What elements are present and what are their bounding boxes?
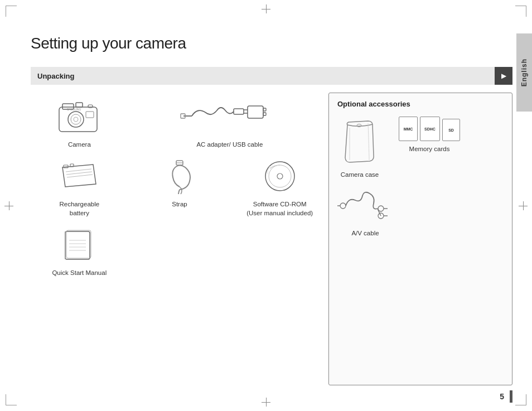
software-label: Software CD-ROM(User manual included) xyxy=(246,200,313,217)
svg-point-31 xyxy=(340,203,346,209)
svg-rect-9 xyxy=(234,109,244,114)
page-number: 5 xyxy=(500,392,504,401)
manual-label: Quick Start Manual xyxy=(52,268,107,277)
optional-items: Camera case MMC SDHC SD Memory cards xyxy=(337,117,504,236)
corner-mark-tr xyxy=(515,6,526,17)
optional-av-cable: A/V cable xyxy=(337,183,393,236)
ac-adapter-label: AC adapter/ USB cable xyxy=(196,140,263,149)
language-label: English xyxy=(520,59,528,86)
svg-point-22 xyxy=(277,173,283,179)
corner-mark-br xyxy=(515,394,526,405)
corner-mark-tl xyxy=(6,6,17,17)
svg-point-20 xyxy=(265,162,294,191)
strap-image xyxy=(154,154,205,196)
svg-text:SAMSUNG: SAMSUNG xyxy=(67,108,81,111)
av-cable-label: A/V cable xyxy=(351,230,379,236)
sdhc-card: SDHC xyxy=(420,117,440,141)
software-image xyxy=(255,154,305,196)
svg-point-21 xyxy=(269,165,291,187)
optional-memory-cards: MMC SDHC SD Memory cards xyxy=(399,117,460,152)
svg-rect-2 xyxy=(76,103,83,107)
item-strap: Strap xyxy=(131,154,229,217)
svg-rect-24 xyxy=(66,230,91,258)
svg-rect-23 xyxy=(65,231,90,259)
items-panel: SAMSUNG Camera xyxy=(31,89,328,389)
section-header: Unpacking xyxy=(31,67,512,85)
corner-mark-bl xyxy=(6,394,17,405)
battery-label: Rechargeablebattery xyxy=(60,200,100,217)
svg-rect-6 xyxy=(86,112,94,118)
sd-card: SD xyxy=(442,119,460,141)
camera-image: SAMSUNG xyxy=(54,95,104,137)
item-software: Software CD-ROM(User manual included) xyxy=(231,154,328,217)
camera-label: Camera xyxy=(68,140,91,149)
page-number-bar xyxy=(510,390,512,403)
memory-cards-label: Memory cards xyxy=(409,146,450,152)
ac-adapter-image xyxy=(180,95,280,137)
page-title: Setting up your camera xyxy=(31,35,186,52)
svg-point-33 xyxy=(378,206,384,211)
section-arrow xyxy=(495,67,512,85)
crosshair-bottom xyxy=(262,398,270,407)
item-ac-adapter: AC adapter/ USB cable xyxy=(131,95,328,149)
svg-point-4 xyxy=(71,114,81,124)
optional-accessories-box: Optional accessories xyxy=(328,93,512,385)
optional-row-1: Camera case MMC SDHC SD Memory cards xyxy=(337,117,504,178)
svg-point-5 xyxy=(74,117,78,122)
crosshair-top xyxy=(262,4,270,13)
optional-row-2: A/V cable xyxy=(337,183,504,236)
main-content: SAMSUNG Camera xyxy=(31,89,512,389)
svg-rect-12 xyxy=(248,106,263,118)
item-battery: Rechargeablebattery xyxy=(31,154,128,217)
optional-title: Optional accessories xyxy=(337,100,504,108)
item-camera: SAMSUNG Camera xyxy=(31,95,128,149)
strap-label: Strap xyxy=(172,200,187,209)
item-manual: Quick Start Manual xyxy=(31,223,128,277)
crosshair-left xyxy=(4,201,13,210)
crosshair-right xyxy=(519,201,528,210)
section-title: Unpacking xyxy=(37,72,74,80)
camera-case-label: Camera case xyxy=(341,171,379,178)
language-tab: English xyxy=(516,33,532,112)
svg-point-3 xyxy=(68,112,84,127)
battery-image xyxy=(54,154,104,196)
optional-camera-case: Camera case xyxy=(337,117,382,178)
memory-cards-group: MMC SDHC SD xyxy=(399,117,460,141)
manual-image xyxy=(54,223,104,265)
mmc-card: MMC xyxy=(399,117,418,141)
